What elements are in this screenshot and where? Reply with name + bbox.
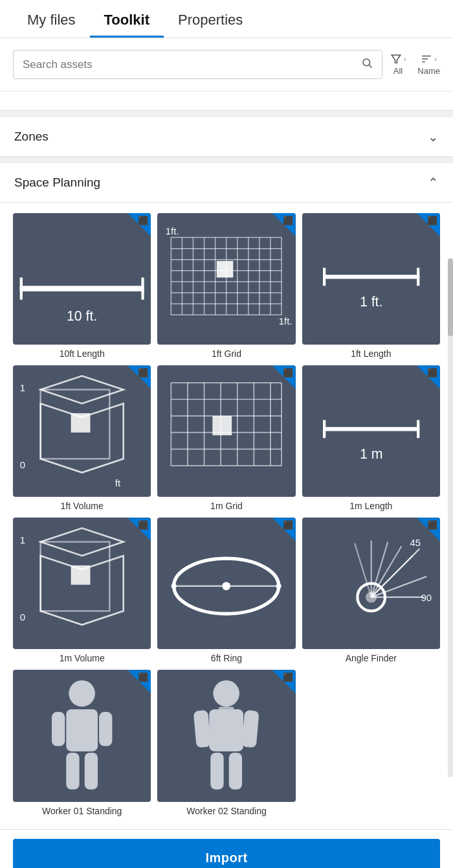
asset-grid: ⬛ 10 ft. 10ft Length ⬛ <box>13 213 440 816</box>
cube-badge-icon-3: ⬛ <box>427 216 437 225</box>
asset-cell-1m-volume[interactable]: ⬛ 1 0 1m Volume <box>13 518 151 663</box>
asset-cell-10ft-length[interactable]: ⬛ 10 ft. 10ft Length <box>13 213 151 359</box>
thumb-svg-angle-finder: 45 90 <box>302 518 440 649</box>
cube-badge-icon-7: ⬛ <box>138 520 148 530</box>
svg-point-70 <box>223 582 231 591</box>
svg-text:ft: ft <box>115 477 121 488</box>
asset-thumb-angle-finder: ⬛ 45 90 <box>302 518 440 649</box>
svg-rect-89 <box>66 753 79 790</box>
asset-thumb-1m-grid: ⬛ <box>157 365 295 497</box>
import-bar: Import <box>0 829 453 868</box>
tab-properties[interactable]: Properties <box>164 0 257 38</box>
svg-text:10 ft.: 10 ft. <box>67 308 97 324</box>
filter-icon <box>390 53 402 65</box>
svg-point-72 <box>276 584 282 589</box>
scrollbar-thumb[interactable] <box>448 258 453 336</box>
svg-text:1ft.: 1ft. <box>166 225 179 236</box>
zones-section-header[interactable]: Zones ⌄ <box>0 117 453 157</box>
asset-cell-angle-finder[interactable]: ⬛ 45 90 <box>302 518 440 663</box>
asset-thumb-worker-02: ⬛ <box>157 670 295 801</box>
asset-label-1m-length: 1m Length <box>349 501 392 511</box>
asset-label-angle-finder: Angle Finder <box>346 653 397 663</box>
cube-badge-icon-10: ⬛ <box>138 672 148 682</box>
asset-cell-worker-02[interactable]: ⬛ <box>157 670 295 816</box>
svg-text:1ft.: 1ft. <box>279 315 293 326</box>
svg-rect-95 <box>242 710 260 748</box>
search-spacer <box>0 91 453 111</box>
svg-rect-59 <box>323 420 326 439</box>
svg-rect-39 <box>71 413 91 433</box>
svg-rect-86 <box>66 709 98 751</box>
grid-section: ⬛ 10 ft. 10ft Length ⬛ <box>0 203 453 829</box>
asset-thumb-1ft-grid: ⬛ <box>157 213 295 345</box>
zones-chevron-icon: ⌄ <box>428 129 439 144</box>
svg-rect-65 <box>71 565 91 585</box>
asset-cell-1m-grid[interactable]: ⬛ <box>157 365 295 511</box>
tab-my-files[interactable]: My files <box>13 0 90 38</box>
svg-rect-58 <box>323 427 419 431</box>
svg-text:90: 90 <box>421 593 432 604</box>
cube-badge-icon-9: ⬛ <box>427 520 437 530</box>
svg-rect-29 <box>217 261 234 278</box>
asset-cell-1m-length[interactable]: ⬛ 1 m 1m Length <box>302 365 440 511</box>
svg-point-85 <box>69 681 95 707</box>
asset-thumb-1m-volume: ⬛ 1 0 <box>13 518 151 649</box>
asset-label-worker-01: Worker 01 Standing <box>42 806 122 816</box>
thumb-svg-1m-grid <box>157 365 295 497</box>
asset-thumb-1ft-length: ⬛ 1 ft. <box>302 213 440 345</box>
filter-group: › All › Name <box>390 53 440 76</box>
search-section: › All › Name <box>0 38 453 91</box>
tab-bar: My files Toolkit Properties <box>0 0 453 38</box>
asset-label-1ft-grid: 1ft Grid <box>212 348 241 359</box>
filter-button[interactable]: › All <box>390 53 406 76</box>
asset-cell-1ft-length[interactable]: ⬛ 1 ft. 1ft Length <box>302 213 440 359</box>
main-content: › All › Name Zones ⌄ <box>0 38 453 829</box>
search-icon <box>361 57 373 69</box>
thumb-svg-worker-02 <box>157 670 295 801</box>
svg-rect-93 <box>210 709 244 751</box>
svg-rect-96 <box>211 753 224 790</box>
filter-icon-row: › <box>390 53 406 65</box>
cube-badge-icon-5: ⬛ <box>283 368 293 378</box>
svg-rect-60 <box>417 420 419 439</box>
svg-rect-87 <box>52 712 65 746</box>
svg-line-1 <box>369 65 371 67</box>
svg-rect-33 <box>323 268 326 286</box>
space-planning-gap <box>0 157 453 163</box>
scrollbar-track[interactable] <box>448 258 453 777</box>
search-button[interactable] <box>361 57 373 72</box>
search-input-wrap[interactable] <box>13 50 382 79</box>
asset-cell-1ft-volume[interactable]: ⬛ 1 ft 0 <box>13 365 151 511</box>
asset-cell-1ft-grid[interactable]: ⬛ <box>157 213 295 359</box>
cube-badge-icon-4: ⬛ <box>138 368 148 378</box>
svg-marker-2 <box>392 55 401 63</box>
asset-cell-6ft-ring[interactable]: ⬛ 6ft Ring <box>157 518 295 663</box>
svg-text:0: 0 <box>20 459 25 470</box>
tab-toolkit[interactable]: Toolkit <box>90 0 164 38</box>
svg-text:1 m: 1 m <box>360 446 383 462</box>
svg-point-91 <box>214 681 240 707</box>
sort-button[interactable]: › Name <box>417 53 440 76</box>
sort-label: Name <box>417 66 440 76</box>
filter-chevron: › <box>404 55 406 63</box>
thumb-svg-worker-01 <box>13 670 151 801</box>
thumb-svg-1m-length: 1 m <box>302 365 440 497</box>
search-input[interactable] <box>23 58 361 71</box>
asset-label-1m-volume: 1m Volume <box>60 653 105 663</box>
space-planning-chevron-icon: ⌃ <box>428 175 439 190</box>
svg-point-0 <box>363 59 370 66</box>
asset-label-1ft-length: 1ft Length <box>351 348 391 359</box>
thumb-svg-10ft-length: 10 ft. <box>13 213 151 345</box>
cube-badge-icon-6: ⬛ <box>427 368 437 378</box>
sort-icon-row: › <box>421 53 437 65</box>
asset-cell-worker-01[interactable]: ⬛ <box>13 670 151 816</box>
svg-line-80 <box>355 543 371 597</box>
svg-point-84 <box>366 592 377 603</box>
asset-thumb-1m-length: ⬛ 1 m <box>302 365 440 497</box>
asset-thumb-worker-01: ⬛ <box>13 670 151 801</box>
asset-label-1m-grid: 1m Grid <box>210 501 243 511</box>
svg-rect-94 <box>193 710 211 748</box>
cube-badge-icon: ⬛ <box>138 216 148 225</box>
import-button[interactable]: Import <box>13 839 440 868</box>
space-planning-section-header[interactable]: Space Planning ⌃ <box>0 163 453 203</box>
